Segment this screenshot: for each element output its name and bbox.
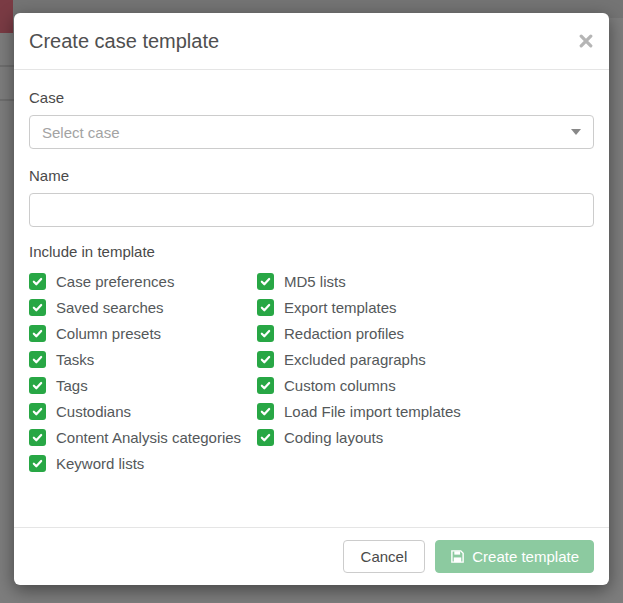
checkbox-item[interactable]: Custodians [29,398,257,424]
include-column-right: MD5 listsExport templatesRedaction profi… [257,268,461,476]
checkbox-item[interactable]: Coding layouts [257,424,461,450]
checkbox[interactable] [29,403,46,420]
checkbox[interactable] [29,377,46,394]
checkbox-label: Coding layouts [284,429,383,446]
close-button[interactable] [579,34,593,48]
checkbox[interactable] [257,403,274,420]
checkbox-label: Custom columns [284,377,396,394]
checkbox-item[interactable]: Load File import templates [257,398,461,424]
checkbox-item[interactable]: Content Analysis categories [29,424,257,450]
chevron-down-icon [571,129,581,135]
checkbox-label: Redaction profiles [284,325,404,342]
background-table-row-line [0,65,14,67]
checkbox-label: Keyword lists [56,455,144,472]
case-field-label: Case [29,88,594,107]
create-template-button-label: Create template [472,548,579,565]
checkbox-label: Load File import templates [284,403,461,420]
checkbox[interactable] [257,325,274,342]
checkbox[interactable] [29,455,46,472]
x-close-icon [579,34,593,48]
name-input[interactable] [29,193,594,227]
checkbox-item[interactable]: Export templates [257,294,461,320]
checkbox-item[interactable]: Keyword lists [29,450,257,476]
checkbox[interactable] [29,429,46,446]
modal-body: Case Select case Name Include in templat… [14,70,609,527]
checkbox-item[interactable]: Redaction profiles [257,320,461,346]
modal-header: Create case template [14,13,609,70]
checkbox-label: Export templates [284,299,397,316]
checkbox-item[interactable]: Saved searches [29,294,257,320]
checkbox[interactable] [257,299,274,316]
checkbox[interactable] [257,429,274,446]
case-select[interactable]: Select case [29,115,594,149]
checkbox-item[interactable]: Excluded paragraphs [257,346,461,372]
include-section-heading: Include in template [29,242,594,261]
checkbox-label: Column presets [56,325,161,342]
checkbox[interactable] [29,325,46,342]
checkbox[interactable] [257,351,274,368]
checkbox[interactable] [257,377,274,394]
background-navbar-fragment [0,0,13,33]
name-field-label: Name [29,166,594,185]
floppy-save-icon [450,549,465,564]
cancel-button[interactable]: Cancel [343,540,426,573]
checkbox[interactable] [29,299,46,316]
create-template-button[interactable]: Create template [435,540,594,573]
checkbox-label: MD5 lists [284,273,346,290]
checkbox-label: Case preferences [56,273,174,290]
checkbox[interactable] [29,351,46,368]
checkbox-label: Tags [56,377,88,394]
include-checkbox-grid: Case preferencesSaved searchesColumn pre… [29,268,594,476]
checkbox-item[interactable]: Case preferences [29,268,257,294]
checkbox-label: Custodians [56,403,131,420]
checkbox[interactable] [29,273,46,290]
checkbox-label: Excluded paragraphs [284,351,426,368]
checkbox-label: Saved searches [56,299,164,316]
create-case-template-modal: Create case template Case Select case Na… [14,13,609,585]
checkbox-item[interactable]: Custom columns [257,372,461,398]
case-select-placeholder: Select case [42,124,120,141]
modal-title: Create case template [29,28,594,55]
checkbox-item[interactable]: Tasks [29,346,257,372]
modal-footer: Cancel Create template [14,527,609,585]
include-column-left: Case preferencesSaved searchesColumn pre… [29,268,257,476]
checkbox-label: Content Analysis categories [56,429,241,446]
checkbox-label: Tasks [56,351,94,368]
screen: { "modal": { "title": "Create case templ… [0,0,623,603]
checkbox-item[interactable]: Column presets [29,320,257,346]
checkbox-item[interactable]: Tags [29,372,257,398]
background-table-row-line [0,99,14,101]
checkbox[interactable] [257,273,274,290]
checkbox-item[interactable]: MD5 lists [257,268,461,294]
